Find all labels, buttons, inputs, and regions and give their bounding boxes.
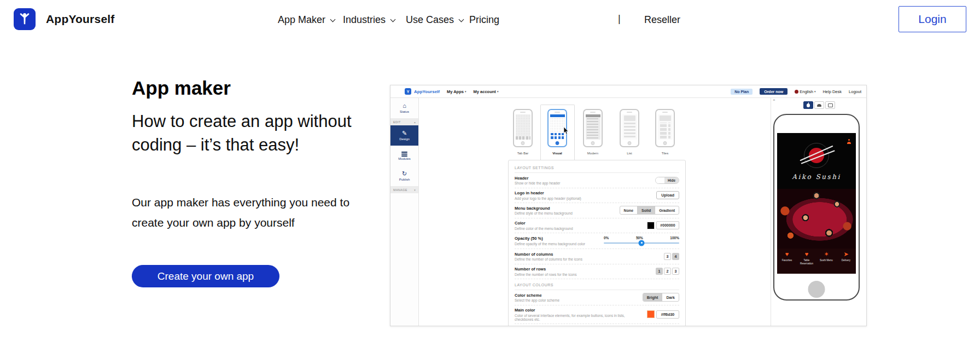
color-scheme-segmented: Bright Dark — [643, 293, 679, 302]
option-gradient[interactable]: Gradient — [655, 206, 679, 214]
hex-value-field[interactable]: #ff6d30 — [656, 310, 679, 319]
setting-row-opacity: Opacity (50 %) Define opacity of the men… — [515, 233, 679, 249]
tablet-icon — [828, 103, 833, 107]
home-button[interactable] — [808, 281, 825, 298]
sushi-photo: ♥ Favorites ♥ Table Reservation ✶ Sushi … — [777, 189, 856, 274]
setting-row-menu-background: Menu background Define style of the menu… — [515, 203, 679, 218]
setting-row-rows: Number of rows Define the number of rows… — [515, 264, 679, 280]
sidebar-section-edit[interactable]: EDIT ▴ — [390, 118, 418, 125]
slider-knob[interactable] — [639, 240, 645, 246]
color-swatch-orange[interactable] — [647, 310, 655, 318]
app-builder-screenshot: Y AppYourself My Apps ▾ My account ▾ No … — [390, 85, 867, 326]
layout-colours-title: LAYOUT COLOURS — [515, 281, 679, 290]
setting-row-app-header-color: Header Background color of app headers. … — [515, 324, 679, 326]
color-swatch-black[interactable] — [647, 222, 655, 229]
nav-divider: | — [618, 13, 621, 25]
option-dark[interactable]: Dark — [662, 293, 679, 301]
device-switcher — [803, 101, 835, 109]
option-3-rows[interactable]: 3 — [672, 268, 679, 275]
template-tab-bar[interactable]: Tab Bar — [512, 109, 534, 155]
chevron-up-icon: ▴ — [414, 120, 416, 124]
hero-subtitle: How to create an app without coding – it… — [132, 110, 378, 157]
option-1-row[interactable]: 1 — [656, 268, 663, 275]
sushi-icon: ✶ — [824, 251, 829, 257]
setting-row-logo: Logo in header Add your logo to the app … — [515, 188, 679, 204]
slider-track[interactable] — [604, 242, 679, 244]
home-icon: ⌂ — [402, 103, 406, 109]
app-preview-screen: Aiko Sushi ♥ Favorites ♥ Table Reservati… — [777, 133, 856, 274]
app-logo-section: Aiko Sushi — [777, 133, 856, 189]
sidebar-item-status[interactable]: ⌂ Status — [390, 98, 418, 118]
opacity-slider: 0% 50% 100% — [604, 236, 679, 246]
setting-row-color: Color Define color of the menu backgroun… — [515, 218, 679, 234]
close-icon[interactable]: × — [773, 97, 775, 102]
option-solid[interactable]: Solid — [637, 206, 655, 214]
template-modern[interactable]: Modern — [582, 109, 604, 155]
setting-row-color-scheme: Color scheme Select the app color scheme… — [515, 290, 679, 305]
refresh-icon: ↻ — [402, 171, 407, 177]
upload-logo-button[interactable]: Upload — [656, 191, 679, 199]
nav-item-industries[interactable]: Industries — [343, 14, 395, 26]
chevron-down-icon: ▾ — [814, 90, 816, 93]
device-tablet-button[interactable] — [825, 101, 835, 109]
chevron-down-icon — [459, 17, 464, 22]
option-4-columns[interactable]: 4 — [672, 253, 679, 260]
login-button[interactable]: Login — [899, 6, 966, 32]
my-account-menu[interactable]: My account ▾ — [474, 89, 499, 94]
option-2-rows[interactable]: 2 — [664, 268, 671, 275]
main-color-control: #ff6d30 — [647, 310, 679, 319]
pencil-icon: ✎ — [402, 130, 407, 136]
nav-item-use-cases[interactable]: Use Cases — [406, 14, 463, 26]
phone-thumbnail — [583, 109, 603, 147]
app-nav-favorites[interactable]: ♥ Favorites — [777, 249, 797, 274]
hex-value-field[interactable]: #000000 — [656, 221, 679, 229]
language-menu[interactable]: English ▾ — [795, 89, 815, 94]
android-icon — [817, 104, 821, 107]
app-nav-reservation[interactable]: ♥ Table Reservation — [797, 249, 816, 274]
user-icon[interactable] — [847, 139, 851, 144]
phone-thumbnail — [513, 109, 533, 147]
preview-panel-divider — [771, 98, 771, 326]
app-bottom-nav: ♥ Favorites ♥ Table Reservation ✶ Sushi … — [777, 249, 856, 274]
page-title: App maker — [132, 77, 394, 99]
option-bright[interactable]: Bright — [643, 293, 662, 301]
hero-section: App maker How to create an app without c… — [132, 77, 394, 287]
template-list[interactable]: List — [619, 109, 640, 155]
sidebar-item-modules[interactable]: Modules — [390, 146, 418, 166]
logout-link[interactable]: Logout — [849, 89, 861, 94]
my-apps-menu[interactable]: My Apps ▾ — [447, 89, 466, 94]
device-apple-button[interactable] — [803, 101, 813, 109]
top-navbar: AppYourself App Maker Industries Use Cas… — [0, 0, 980, 44]
phone-thumbnail — [620, 109, 639, 147]
no-plan-badge: No Plan — [731, 89, 752, 95]
nav-item-app-maker[interactable]: App Maker — [278, 14, 335, 26]
builder-sidebar: ⌂ Status EDIT ▴ ✎ Design Modules ↻ Publi… — [390, 98, 419, 326]
columns-segmented: 3 4 — [664, 253, 679, 260]
device-android-button[interactable] — [814, 101, 824, 109]
layout-settings-title: LAYOUT SETTINGS — [515, 164, 679, 173]
setting-row-main-color: Main color Color of several interface el… — [515, 305, 679, 325]
menu-bars-icon — [401, 152, 407, 153]
appyourself-logo[interactable] — [14, 8, 36, 30]
sidebar-item-publish[interactable]: ↻ Publish — [390, 166, 418, 186]
option-3-columns[interactable]: 3 — [664, 253, 671, 260]
setting-row-columns: Number of columns Define the number of c… — [515, 249, 679, 264]
order-now-button[interactable]: Order now — [760, 88, 788, 95]
create-app-button[interactable]: Create your own app — [132, 265, 279, 287]
sidebar-item-design[interactable]: ✎ Design — [390, 125, 418, 146]
sidebar-section-manage[interactable]: MANAGE ▾ — [390, 186, 418, 193]
header-visibility-toggle[interactable]: Hide — [655, 177, 679, 184]
app-nav-delivery[interactable]: ➤ Delivery — [836, 249, 856, 274]
nav-item-pricing[interactable]: Pricing — [469, 14, 499, 26]
flag-icon — [795, 90, 798, 94]
phone-mockup: Aiko Sushi ♥ Favorites ♥ Table Reservati… — [773, 114, 860, 301]
layout-settings-panel: LAYOUT SETTINGS Header Show or hide the … — [508, 160, 686, 326]
nav-item-reseller[interactable]: Reseller — [644, 14, 680, 26]
chevron-down-icon — [330, 17, 336, 22]
brand-name: AppYourself — [46, 13, 114, 26]
help-desk-link[interactable]: Help Desk — [822, 89, 842, 94]
chevron-down-icon — [390, 17, 396, 22]
app-nav-sushi-menu[interactable]: ✶ Sushi Menu — [816, 249, 836, 274]
template-tiles[interactable]: Tiles — [654, 109, 676, 155]
option-none[interactable]: None — [620, 206, 638, 214]
